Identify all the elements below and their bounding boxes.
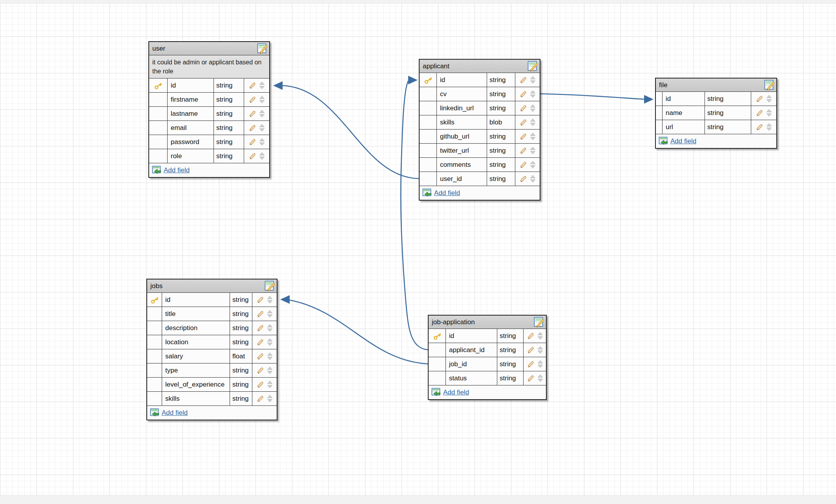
- sort-field-button[interactable]: [267, 380, 273, 389]
- field-row[interactable]: github_url string: [420, 129, 540, 143]
- field-row[interactable]: id string: [420, 73, 540, 87]
- field-row[interactable]: level_of_experience string: [147, 377, 277, 391]
- field-row[interactable]: salary float: [147, 349, 277, 363]
- sort-field-button[interactable]: [267, 338, 273, 346]
- edit-table-button[interactable]: [764, 80, 775, 90]
- add-field-button[interactable]: Add field: [659, 137, 696, 146]
- field-row[interactable]: job_id string: [429, 357, 546, 371]
- edit-field-button[interactable]: [248, 110, 256, 117]
- edit-field-button[interactable]: [519, 91, 527, 98]
- edit-field-button[interactable]: [756, 110, 763, 117]
- sort-field-button[interactable]: [267, 394, 273, 403]
- edit-field-button[interactable]: [519, 175, 527, 183]
- add-field-button[interactable]: Add field: [431, 388, 469, 397]
- edit-field-button[interactable]: [519, 119, 527, 126]
- add-field-button[interactable]: Add field: [152, 166, 190, 175]
- edit-field-button[interactable]: [248, 153, 256, 160]
- sort-field-button[interactable]: [766, 109, 772, 117]
- sort-field-button[interactable]: [766, 123, 772, 131]
- sort-field-button[interactable]: [267, 324, 273, 332]
- edit-field-button[interactable]: [248, 96, 256, 103]
- sort-field-button[interactable]: [259, 81, 265, 89]
- field-row[interactable]: title string: [147, 307, 277, 321]
- edit-field-button[interactable]: [256, 367, 264, 374]
- edit-field-button[interactable]: [519, 133, 527, 140]
- sort-field-button[interactable]: [537, 332, 543, 340]
- edit-field-button[interactable]: [519, 161, 527, 168]
- sort-field-button[interactable]: [259, 95, 265, 104]
- field-row[interactable]: skills blob: [420, 115, 540, 129]
- sort-field-button[interactable]: [259, 124, 265, 132]
- sort-field-button[interactable]: [530, 118, 536, 126]
- edit-field-button[interactable]: [248, 139, 256, 146]
- sort-field-button[interactable]: [530, 146, 536, 155]
- edit-field-button[interactable]: [527, 332, 535, 340]
- sort-field-button[interactable]: [267, 296, 273, 304]
- sort-field-button[interactable]: [530, 161, 536, 169]
- sort-field-button[interactable]: [267, 352, 273, 360]
- table-header[interactable]: jobs: [147, 279, 277, 292]
- edit-field-button[interactable]: [519, 77, 527, 84]
- edit-table-button[interactable]: [265, 281, 275, 291]
- edit-field-button[interactable]: [256, 353, 264, 360]
- table-header[interactable]: applicant: [420, 60, 540, 73]
- add-field-button[interactable]: Add field: [150, 408, 188, 417]
- field-row[interactable]: name string: [656, 106, 776, 120]
- edit-field-button[interactable]: [527, 375, 535, 382]
- sort-field-button[interactable]: [267, 366, 273, 374]
- field-row[interactable]: skills string: [147, 391, 277, 405]
- field-row[interactable]: id string: [429, 329, 546, 343]
- field-row[interactable]: email string: [149, 121, 269, 135]
- edit-table-button[interactable]: [534, 317, 544, 327]
- field-row[interactable]: password string: [149, 135, 269, 149]
- sort-field-button[interactable]: [259, 152, 265, 160]
- field-row[interactable]: url string: [656, 120, 776, 134]
- sort-field-button[interactable]: [766, 95, 772, 103]
- field-row[interactable]: description string: [147, 321, 277, 335]
- sort-field-button[interactable]: [530, 104, 536, 112]
- sort-field-button[interactable]: [537, 374, 543, 382]
- field-row[interactable]: type string: [147, 363, 277, 377]
- sort-field-button[interactable]: [259, 110, 265, 118]
- sort-field-button[interactable]: [530, 90, 536, 98]
- sort-field-button[interactable]: [537, 360, 543, 368]
- edit-table-button[interactable]: [257, 43, 268, 54]
- field-row[interactable]: firstname string: [149, 92, 269, 106]
- edit-field-button[interactable]: [248, 124, 256, 131]
- field-row[interactable]: location string: [147, 335, 277, 349]
- edit-table-button[interactable]: [528, 61, 538, 71]
- sort-field-button[interactable]: [267, 310, 273, 318]
- field-row[interactable]: applicant_id string: [429, 343, 546, 357]
- sort-field-button[interactable]: [537, 346, 543, 354]
- edit-field-button[interactable]: [527, 347, 535, 354]
- sort-field-button[interactable]: [530, 132, 536, 141]
- field-row[interactable]: id string: [147, 292, 277, 307]
- edit-field-button[interactable]: [256, 339, 264, 346]
- edit-field-button[interactable]: [256, 395, 264, 402]
- edit-field-button[interactable]: [756, 124, 763, 131]
- sort-field-button[interactable]: [530, 175, 536, 183]
- field-row[interactable]: cv string: [420, 87, 540, 101]
- add-field-button[interactable]: Add field: [422, 188, 460, 197]
- edit-field-button[interactable]: [519, 105, 527, 112]
- edit-field-button[interactable]: [527, 361, 535, 368]
- field-row[interactable]: id string: [656, 91, 776, 106]
- sort-field-button[interactable]: [259, 138, 265, 146]
- field-row[interactable]: lastname string: [149, 106, 269, 121]
- field-row[interactable]: linkedin_url string: [420, 101, 540, 115]
- edit-field-button[interactable]: [519, 147, 527, 154]
- field-row[interactable]: role string: [149, 149, 269, 163]
- edit-field-button[interactable]: [256, 325, 264, 332]
- edit-field-button[interactable]: [756, 95, 763, 102]
- field-row[interactable]: twitter_url string: [420, 143, 540, 157]
- edit-field-button[interactable]: [248, 82, 256, 89]
- sort-field-button[interactable]: [530, 76, 536, 84]
- field-row[interactable]: comments string: [420, 157, 540, 172]
- field-row[interactable]: user_id string: [420, 172, 540, 186]
- edit-field-button[interactable]: [256, 381, 264, 388]
- edit-field-button[interactable]: [256, 310, 264, 318]
- field-row[interactable]: status string: [429, 371, 546, 385]
- table-header[interactable]: job-application: [429, 316, 546, 329]
- table-header[interactable]: user: [149, 42, 269, 55]
- field-row[interactable]: id string: [149, 78, 269, 92]
